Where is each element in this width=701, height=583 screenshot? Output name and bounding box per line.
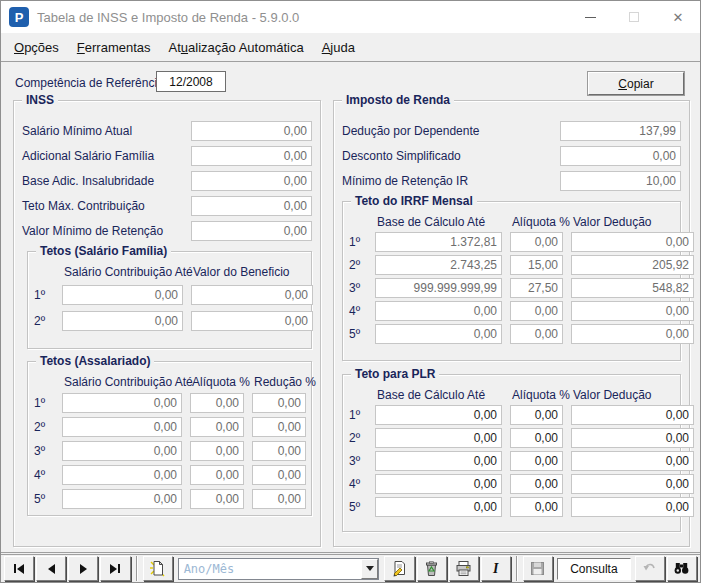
plr-5-aliquota-input[interactable] bbox=[510, 497, 563, 517]
field-row: Adicional Salário Família bbox=[22, 146, 312, 166]
delete-record-button[interactable] bbox=[417, 556, 447, 581]
new-record-button[interactable] bbox=[143, 556, 173, 581]
plr-4-base-input[interactable] bbox=[375, 474, 502, 494]
familia-1-beneficio-input[interactable] bbox=[191, 285, 313, 305]
field-row: Desconto Simplificado bbox=[342, 146, 681, 166]
assal-1-reducao-input[interactable] bbox=[252, 393, 306, 413]
irrf-1-deducao-input[interactable] bbox=[571, 232, 694, 252]
column-header: Valor do Beneficio bbox=[191, 265, 313, 279]
irrf-5-base-input[interactable] bbox=[375, 324, 502, 344]
print-button[interactable] bbox=[449, 556, 479, 581]
plr-4-aliquota-input[interactable] bbox=[510, 474, 563, 494]
row-label: 5º bbox=[349, 500, 367, 514]
assal-5-aliquota-input[interactable] bbox=[190, 489, 244, 509]
minimize-icon bbox=[585, 17, 596, 18]
plr-2-base-input[interactable] bbox=[375, 428, 502, 448]
irrf-2-deducao-input[interactable] bbox=[571, 255, 694, 275]
irrf-4-deducao-input[interactable] bbox=[571, 301, 694, 321]
assal-5-reducao-input[interactable] bbox=[252, 489, 306, 509]
menu-bar: Opções Ferramentas Atualização Automátic… bbox=[1, 33, 700, 61]
plr-4-deducao-input[interactable] bbox=[571, 474, 694, 494]
assal-4-reducao-input[interactable] bbox=[252, 465, 306, 485]
assal-1-salario-input[interactable] bbox=[62, 393, 182, 413]
record-combo-dropdown-button[interactable] bbox=[361, 559, 378, 579]
irrf-1-aliquota-input[interactable] bbox=[510, 232, 563, 252]
maximize-button[interactable] bbox=[612, 1, 656, 33]
plr-1-deducao-input[interactable] bbox=[571, 405, 694, 425]
record-combo[interactable]: Ano/Mês bbox=[178, 558, 380, 580]
plr-3-deducao-input[interactable] bbox=[571, 451, 694, 471]
binoculars-icon bbox=[673, 560, 690, 577]
plr-5-deducao-input[interactable] bbox=[571, 497, 694, 517]
edit-record-button[interactable] bbox=[384, 556, 414, 581]
teto-max-contribuicao-input[interactable] bbox=[191, 196, 312, 216]
row-label: 4º bbox=[349, 304, 367, 318]
last-record-button[interactable] bbox=[100, 556, 130, 581]
first-record-button[interactable] bbox=[4, 556, 34, 581]
irrf-2-aliquota-input[interactable] bbox=[510, 255, 563, 275]
menu-ferramentas[interactable]: Ferramentas bbox=[68, 35, 160, 60]
save-button[interactable] bbox=[523, 556, 553, 581]
tetos-assalariado-title: Tetos (Assalariado) bbox=[36, 354, 154, 368]
teto-irrf-group: Teto do IRRF Mensal Base de Cálculo Até … bbox=[342, 201, 681, 361]
assal-5-salario-input[interactable] bbox=[62, 489, 182, 509]
desconto-simplificado-input[interactable] bbox=[560, 146, 681, 166]
row-label: 2º bbox=[34, 314, 54, 328]
irrf-3-aliquota-input[interactable] bbox=[510, 278, 563, 298]
adicional-salario-familia-input[interactable] bbox=[191, 146, 312, 166]
assal-2-salario-input[interactable] bbox=[62, 417, 182, 437]
plr-1-base-input[interactable] bbox=[375, 405, 502, 425]
previous-record-button[interactable] bbox=[36, 556, 66, 581]
app-icon-letter: P bbox=[15, 10, 24, 25]
assal-3-aliquota-input[interactable] bbox=[190, 441, 244, 461]
irrf-1-base-input[interactable] bbox=[375, 232, 502, 252]
familia-2-beneficio-input[interactable] bbox=[191, 311, 313, 331]
irrf-3-base-input[interactable] bbox=[375, 278, 502, 298]
save-icon bbox=[529, 560, 546, 577]
menu-ajuda[interactable]: Ajuda bbox=[313, 35, 364, 60]
assal-4-aliquota-input[interactable] bbox=[190, 465, 244, 485]
assal-2-aliquota-input[interactable] bbox=[190, 417, 244, 437]
irrf-5-deducao-input[interactable] bbox=[571, 324, 694, 344]
find-button[interactable] bbox=[667, 556, 697, 581]
base-adic-insalubridade-input[interactable] bbox=[191, 171, 312, 191]
next-record-button[interactable] bbox=[68, 556, 98, 581]
assal-4-salario-input[interactable] bbox=[62, 465, 182, 485]
assal-3-salario-input[interactable] bbox=[62, 441, 182, 461]
deducao-dependente-input[interactable] bbox=[560, 121, 681, 141]
irrf-2-base-input[interactable] bbox=[375, 255, 502, 275]
irrf-4-aliquota-input[interactable] bbox=[510, 301, 563, 321]
copiar-button[interactable]: Copiar bbox=[588, 72, 684, 95]
row-label: 3º bbox=[34, 444, 54, 458]
plr-3-aliquota-input[interactable] bbox=[510, 451, 563, 471]
close-button[interactable]: ✕ bbox=[656, 1, 700, 33]
field-label: Base Adic. Insalubridade bbox=[22, 174, 191, 188]
minimize-button[interactable] bbox=[568, 1, 612, 33]
minimo-retencao-ir-input[interactable] bbox=[560, 171, 681, 191]
irrf-5-aliquota-input[interactable] bbox=[510, 324, 563, 344]
valor-minimo-retencao-input[interactable] bbox=[191, 221, 312, 241]
plr-3-base-input[interactable] bbox=[375, 451, 502, 471]
row-label: 3º bbox=[349, 454, 367, 468]
undo-button[interactable] bbox=[635, 556, 665, 581]
assal-3-reducao-input[interactable] bbox=[252, 441, 306, 461]
assal-1-aliquota-input[interactable] bbox=[190, 393, 244, 413]
menu-atualizacao-automatica[interactable]: Atualização Automática bbox=[160, 35, 313, 60]
familia-2-salario-input[interactable] bbox=[62, 311, 183, 331]
plr-1-aliquota-input[interactable] bbox=[510, 405, 563, 425]
plr-2-deducao-input[interactable] bbox=[571, 428, 694, 448]
competencia-input[interactable] bbox=[156, 71, 226, 92]
irrf-3-deducao-input[interactable] bbox=[571, 278, 694, 298]
familia-1-salario-input[interactable] bbox=[62, 285, 183, 305]
plr-5-base-input[interactable] bbox=[375, 497, 502, 517]
app-icon: P bbox=[9, 7, 29, 27]
plr-2-aliquota-input[interactable] bbox=[510, 428, 563, 448]
tetos-familia-group: Tetos (Salário Família) Salário Contribu… bbox=[27, 251, 312, 349]
assal-2-reducao-input[interactable] bbox=[252, 417, 306, 437]
first-record-icon bbox=[14, 564, 24, 574]
imposto-renda-group: Imposto de Renda Dedução por Dependente … bbox=[333, 100, 690, 547]
italic-button[interactable]: I bbox=[481, 556, 511, 581]
menu-opcoes[interactable]: Opções bbox=[5, 35, 68, 60]
salario-minimo-atual-input[interactable] bbox=[191, 121, 312, 141]
irrf-4-base-input[interactable] bbox=[375, 301, 502, 321]
